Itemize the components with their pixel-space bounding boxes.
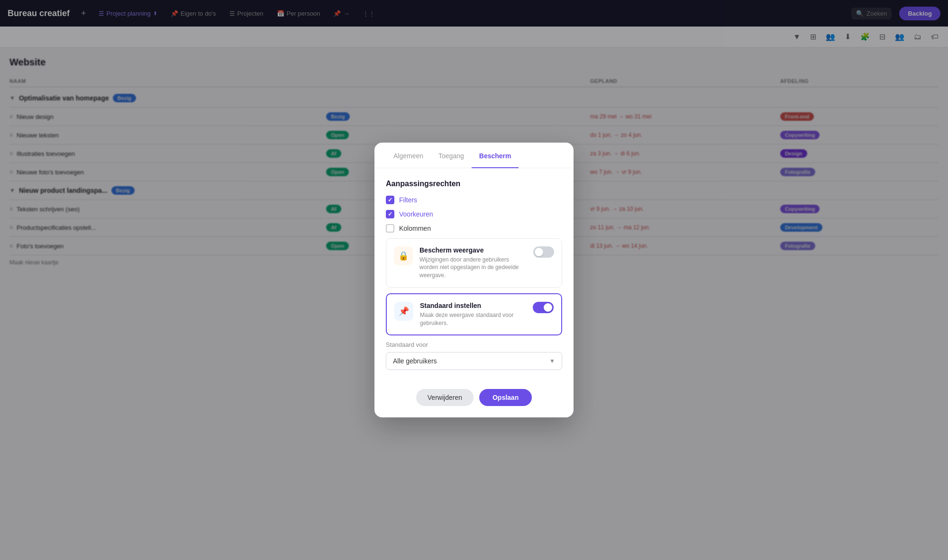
modal-overlay[interactable]: Algemeen Toegang Bescherm Aanpassingsrec…	[0, 0, 948, 560]
card-desc: Maak deze weergave standaard voor gebrui…	[420, 311, 526, 327]
checkmark-icon: ✓	[388, 197, 392, 203]
modal-footer: Verwijderen Opslaan	[374, 381, 574, 417]
delete-button[interactable]: Verwijderen	[416, 389, 474, 406]
bescherm-weergave-text: Bescherm weergave Wijzigingen door ander…	[419, 246, 527, 280]
lock-icon: 🔒	[398, 251, 409, 261]
bescherm-weergave-toggle[interactable]	[533, 246, 554, 258]
checkbox-voorkeuren: ✓ Voorkeuren	[386, 210, 562, 218]
toggle-knob	[544, 303, 552, 312]
pin-icon: 📌	[399, 306, 409, 316]
toggle-knob	[535, 248, 543, 256]
standaard-instellen-text: Standaard instellen Maak deze weergave s…	[420, 302, 526, 327]
card-title: Standaard instellen	[420, 302, 526, 309]
standaard-instellen-card: 📌 Standaard instellen Maak deze weergave…	[386, 293, 562, 336]
checkbox-filters-input[interactable]: ✓	[386, 196, 394, 204]
checkbox-kolommen-label: Kolommen	[399, 225, 431, 232]
lock-icon-wrapper: 🔒	[394, 246, 413, 265]
tab-toegang[interactable]: Toegang	[431, 143, 472, 168]
standaard-instellen-toggle[interactable]	[533, 302, 554, 313]
modal-tabs: Algemeen Toegang Bescherm	[374, 143, 574, 168]
bescherm-weergave-card: 🔒 Bescherm weergave Wijzigingen door and…	[386, 238, 562, 288]
pin-icon-wrapper: 📌	[394, 302, 413, 321]
standard-voor-label: Standaard voor	[386, 341, 562, 348]
select-value: Alle gebruikers	[393, 357, 437, 365]
checkbox-kolommen: Kolommen	[386, 224, 562, 233]
card-desc: Wijzigingen door andere gebruikers worde…	[419, 256, 527, 280]
checkmark-icon: ✓	[388, 211, 392, 217]
modal-body: Aanpassingsrechten ✓ Filters ✓ Voorkeure…	[374, 168, 574, 382]
checkbox-filters-label: Filters	[399, 196, 417, 204]
tab-algemeen[interactable]: Algemeen	[386, 143, 431, 168]
checkbox-voorkeuren-label: Voorkeuren	[399, 210, 433, 218]
modal-section-title: Aanpassingsrechten	[386, 180, 562, 188]
checkbox-filters: ✓ Filters	[386, 196, 562, 204]
modal-dialog: Algemeen Toegang Bescherm Aanpassingsrec…	[374, 143, 574, 418]
standard-voor-select[interactable]: Alle gebruikers ▼	[386, 352, 562, 370]
checkbox-kolommen-input[interactable]	[386, 224, 394, 233]
checkbox-voorkeuren-input[interactable]: ✓	[386, 210, 394, 218]
save-button[interactable]: Opslaan	[479, 389, 532, 406]
tab-bescherm[interactable]: Bescherm	[472, 143, 519, 168]
card-title: Bescherm weergave	[419, 246, 527, 254]
chevron-down-icon: ▼	[549, 358, 555, 364]
